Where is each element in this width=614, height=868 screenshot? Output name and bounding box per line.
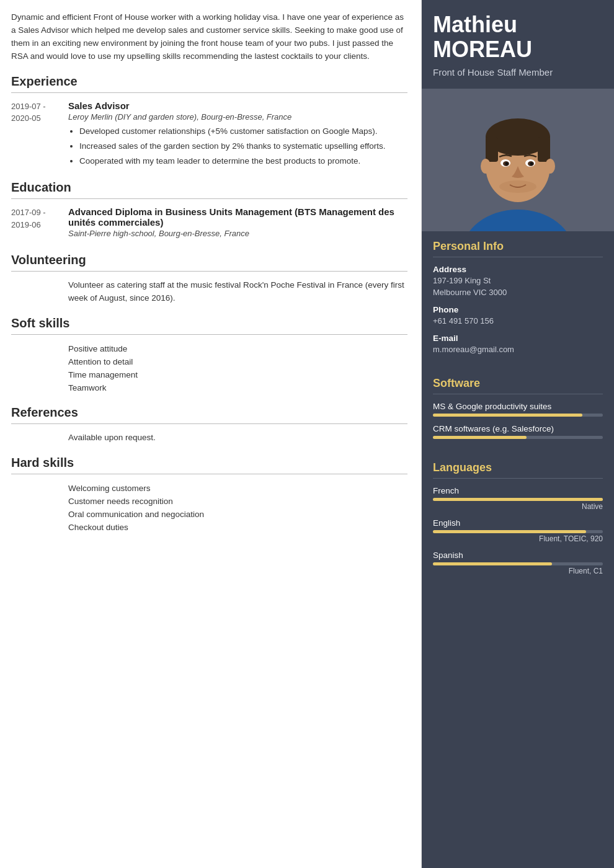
address-label: Address (433, 265, 603, 274)
email-label: E-mail (433, 334, 603, 343)
language-label-1: English (433, 518, 603, 528)
references-title: References (11, 405, 407, 424)
email-value: m.moreau@gmail.com (433, 344, 603, 356)
experience-content: Sales Advisor Leroy Merlin (DIY and gard… (68, 100, 407, 170)
language-track-0 (433, 498, 603, 501)
resume-layout: Dynamic and efficient Front of House wor… (0, 0, 614, 868)
software-track-0 (433, 414, 603, 417)
job-title: Front of House Staff Member (433, 66, 603, 79)
language-note-1: Fluent, TOEIC, 920 (433, 534, 603, 543)
software-label-0: MS & Google productivity suites (433, 402, 603, 411)
education-title: Education (11, 180, 407, 199)
svg-rect-5 (486, 137, 498, 162)
education-entry-0: 2017-09 - 2019-06 Advanced Diploma in Bu… (11, 206, 407, 242)
language-note-2: Fluent, C1 (433, 567, 603, 575)
profile-photo (422, 89, 614, 231)
bullet-0: Developed customer relationships (+5% cu… (79, 125, 407, 138)
language-track-2 (433, 562, 603, 565)
svg-rect-6 (538, 137, 550, 162)
personal-info-title: Personal Info (433, 240, 603, 257)
experience-date: 2019-07 - 2020-05 (11, 100, 61, 170)
svg-point-11 (505, 162, 509, 166)
language-bar-1: English Fluent, TOEIC, 920 (433, 518, 603, 543)
photo-block (422, 89, 614, 231)
hard-skills-title: Hard skills (11, 456, 407, 474)
experience-bullets: Developed customer relationships (+5% cu… (68, 125, 407, 168)
soft-skill-1: Attention to detail (11, 355, 407, 368)
language-fill-1 (433, 530, 586, 533)
language-bar-2: Spanish Fluent, C1 (433, 551, 603, 575)
experience-section: Experience 2019-07 - 2020-05 Sales Advis… (11, 74, 407, 170)
education-content: Advanced Diploma in Business Units Manag… (68, 206, 407, 242)
bullet-1: Increased sales of the garden section by… (79, 140, 407, 153)
hard-skill-0: Welcoming customers (11, 482, 407, 495)
volunteering-title: Volunteering (11, 253, 407, 272)
software-fill-1 (433, 436, 527, 439)
language-track-1 (433, 530, 603, 533)
name-block: Mathieu MOREAU Front of House Staff Memb… (422, 0, 614, 89)
language-bar-0: French Native (433, 486, 603, 511)
experience-entry-0: 2019-07 - 2020-05 Sales Advisor Leroy Me… (11, 100, 407, 170)
software-bar-0: MS & Google productivity suites (433, 402, 603, 417)
last-name: MOREAU (433, 37, 603, 62)
software-title: Software (433, 377, 603, 394)
volunteering-section: Volunteering Volunteer as catering staff… (11, 253, 407, 305)
address-value: 197-199 King StMelbourne VIC 3000 (433, 275, 603, 299)
phone-label: Phone (433, 305, 603, 314)
language-label-2: Spanish (433, 551, 603, 560)
software-track-1 (433, 436, 603, 439)
language-fill-0 (433, 498, 603, 501)
references-section: References Available upon request. (11, 405, 407, 445)
hard-skill-1: Customer needs recognition (11, 495, 407, 508)
references-text: Available upon request. (11, 432, 407, 445)
software-fill-0 (433, 414, 582, 417)
language-fill-2 (433, 562, 552, 565)
education-school: Saint-Pierre high-school, Bourg-en-Bress… (68, 229, 407, 238)
education-degree: Advanced Diploma in Business Units Manag… (68, 206, 407, 228)
soft-skills-section: Soft skills Positive attitude Attention … (11, 316, 407, 394)
volunteering-text: Volunteer as catering staff at the music… (11, 279, 407, 305)
software-section: Software MS & Google productivity suites… (422, 368, 614, 453)
experience-title: Experience (11, 74, 407, 93)
languages-title: Languages (433, 461, 603, 479)
phone-value: +61 491 570 156 (433, 316, 603, 327)
svg-point-12 (530, 162, 533, 166)
personal-info-section: Personal Info Address 197-199 King StMel… (422, 231, 614, 368)
education-section: Education 2017-09 - 2019-06 Advanced Dip… (11, 180, 407, 242)
left-column: Dynamic and efficient Front of House wor… (0, 0, 422, 868)
software-label-1: CRM softwares (e.g. Salesforce) (433, 424, 603, 433)
bullet-2: Cooperated with my team leader to determ… (79, 155, 407, 168)
languages-section: Languages French Native English Fluent, … (422, 453, 614, 589)
soft-skill-0: Positive attitude (11, 342, 407, 355)
experience-job-subtitle: Leroy Merlin (DIY and garden store), Bou… (68, 112, 407, 122)
summary-text: Dynamic and efficient Front of House wor… (11, 11, 407, 63)
svg-point-15 (499, 180, 536, 193)
hard-skill-3: Checkout duties (11, 521, 407, 534)
language-note-0: Native (433, 502, 603, 511)
svg-point-13 (481, 159, 491, 174)
experience-job-title: Sales Advisor (68, 100, 407, 111)
education-date: 2017-09 - 2019-06 (11, 206, 61, 242)
first-name: Mathieu (433, 12, 603, 37)
right-column: Mathieu MOREAU Front of House Staff Memb… (422, 0, 614, 868)
hard-skills-section: Hard skills Welcoming customers Customer… (11, 456, 407, 534)
soft-skill-2: Time management (11, 368, 407, 381)
hard-skill-2: Oral communication and negociation (11, 508, 407, 521)
soft-skill-3: Teamwork (11, 381, 407, 394)
svg-point-14 (545, 159, 555, 174)
language-label-0: French (433, 486, 603, 495)
software-bar-1: CRM softwares (e.g. Salesforce) (433, 424, 603, 439)
soft-skills-title: Soft skills (11, 316, 407, 335)
